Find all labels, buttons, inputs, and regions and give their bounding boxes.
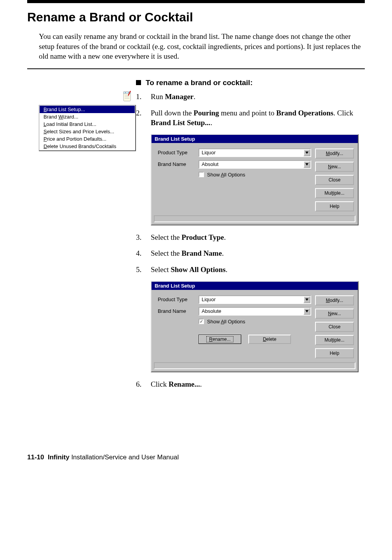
- product-type-combobox[interactable]: Liquor: [199, 295, 311, 304]
- modify-button[interactable]: Modify...: [315, 295, 354, 305]
- product-type-label: Product Type: [158, 150, 199, 155]
- show-all-checkbox[interactable]: [199, 172, 204, 177]
- brand-name-value: Absolut: [199, 161, 303, 168]
- page-number: 11-10: [27, 454, 44, 461]
- dialog-title: Brand List Setup: [152, 282, 358, 290]
- menu-item-load-initial[interactable]: Load Initial Brand List...: [40, 120, 135, 128]
- brand-name-value: Absolute: [199, 308, 303, 315]
- brand-name-label: Brand Name: [158, 161, 199, 167]
- modify-button[interactable]: Modify...: [315, 148, 354, 159]
- close-button[interactable]: Close: [315, 322, 354, 332]
- dropdown-button[interactable]: [303, 296, 310, 303]
- context-menu: Brand List Setup... Brand Wizard... Load…: [39, 105, 136, 151]
- svg-point-3: [128, 92, 129, 93]
- header-rule: [27, 0, 365, 3]
- divider: [27, 68, 365, 69]
- manual-title-rest: Installation/Service and User Manual: [70, 454, 179, 461]
- menu-item-price-defaults[interactable]: Price and Portion Defaults...: [40, 135, 135, 143]
- page-footer: 11-10 Infinity Installation/Service and …: [27, 454, 365, 461]
- product-type-value: Liquor: [199, 296, 303, 303]
- step-6: Click Rename....: [151, 379, 365, 389]
- product-type-combobox[interactable]: Liquor: [199, 148, 311, 157]
- show-all-checkbox[interactable]: ✓: [199, 319, 204, 324]
- chevron-down-icon: [305, 152, 308, 154]
- step-number: 5.: [136, 265, 145, 275]
- show-all-label: Show All Options: [207, 319, 245, 324]
- task-heading: To rename a brand or cocktail:: [146, 79, 253, 87]
- new-button[interactable]: New...: [315, 162, 354, 172]
- multiple-button[interactable]: Multiple...: [315, 335, 354, 345]
- brand-list-setup-dialog-1: Brand List Setup Product Type Liquor: [151, 134, 359, 225]
- manual-title-bold: Infinity: [48, 454, 70, 461]
- multiple-button[interactable]: Multiple...: [315, 188, 354, 198]
- menu-item-select-sizes[interactable]: Select Sizes and Price Levels...: [40, 128, 135, 135]
- close-button[interactable]: Close: [315, 175, 354, 185]
- delete-button[interactable]: Delete: [248, 335, 291, 344]
- dialog-title: Brand List Setup: [152, 135, 358, 143]
- help-button[interactable]: Help: [315, 348, 354, 358]
- task-bullet-icon: [136, 80, 141, 85]
- product-type-value: Liquor: [199, 149, 303, 156]
- brand-name-combobox[interactable]: Absolute: [199, 307, 311, 316]
- product-type-label: Product Type: [158, 297, 199, 302]
- menu-item-brand-wizard[interactable]: Brand Wizard...: [40, 113, 135, 120]
- note-icon: [122, 90, 132, 102]
- chevron-down-icon: [305, 298, 308, 301]
- menu-item-delete-unused[interactable]: Delete Unused Brands/Cocktails: [40, 143, 135, 150]
- rename-button[interactable]: Rename...: [199, 335, 241, 344]
- step-2: Pull down the Pouring menu and point to …: [151, 108, 365, 128]
- dropdown-button[interactable]: [303, 149, 310, 156]
- status-bar: [154, 362, 355, 369]
- step-number: 4.: [136, 248, 145, 258]
- step-1: Run Manager.: [151, 92, 365, 102]
- status-bar: [154, 215, 355, 222]
- step-number: 1.: [136, 92, 145, 102]
- chevron-down-icon: [305, 310, 308, 312]
- step-number: 3.: [136, 232, 145, 242]
- dropdown-button[interactable]: [303, 161, 310, 168]
- intro-paragraph: You can easily rename any brand or cockt…: [39, 31, 365, 61]
- brand-name-label: Brand Name: [158, 308, 199, 314]
- menu-item-brand-list-setup[interactable]: Brand List Setup...: [40, 106, 135, 113]
- brand-name-combobox[interactable]: Absolut: [199, 160, 311, 169]
- section-title: Rename a Brand or Cocktail: [27, 10, 365, 24]
- show-all-label: Show All Options: [207, 172, 245, 178]
- step-5: Select Show All Options.: [151, 265, 365, 275]
- step-number: 2.: [136, 108, 145, 128]
- step-4: Select the Brand Name.: [151, 248, 365, 258]
- step-number: 6.: [136, 379, 145, 389]
- new-button[interactable]: New...: [315, 309, 354, 319]
- dropdown-button[interactable]: [303, 308, 310, 315]
- brand-list-setup-dialog-2: Brand List Setup Product Type Liquor: [151, 281, 359, 372]
- chevron-down-icon: [305, 163, 308, 166]
- step-3: Select the Product Type.: [151, 232, 365, 242]
- svg-point-2: [125, 92, 126, 93]
- help-button[interactable]: Help: [315, 201, 354, 211]
